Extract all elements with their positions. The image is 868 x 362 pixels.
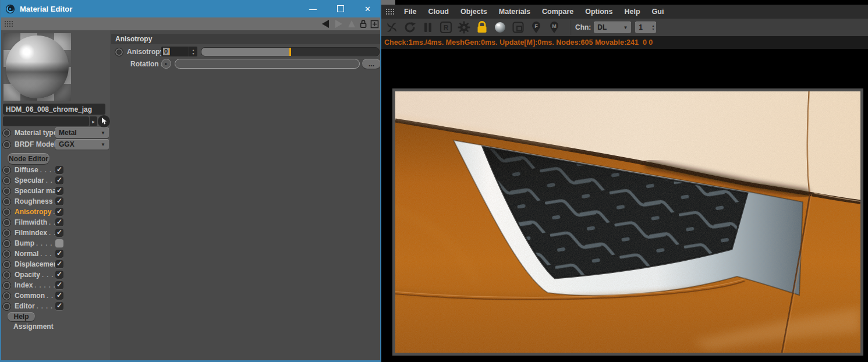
radio-icon[interactable] [2, 176, 11, 185]
anisotropy-value-input[interactable]: 0 ▲ ▼ [161, 47, 197, 56]
menu-gui[interactable]: Gui [646, 8, 670, 16]
rotation-more-button[interactable]: ... [362, 59, 381, 69]
radio-icon[interactable] [2, 281, 11, 290]
channel-dropdown[interactable]: DL ▼ [594, 22, 631, 33]
channel-row-specular-map[interactable]: Specular map ✓ [0, 186, 111, 196]
pause-icon[interactable] [420, 20, 435, 35]
radio-icon[interactable] [115, 48, 123, 56]
search-field[interactable] [3, 116, 89, 126]
channel-row-editor[interactable]: Editor . . . . . . ✓ [0, 301, 111, 311]
close-button[interactable]: ✕ [354, 0, 381, 17]
layer-stepper[interactable]: 1 ▲ ▼ [635, 22, 656, 33]
sphere-icon[interactable] [493, 20, 508, 35]
pin-m-icon[interactable]: M [547, 20, 562, 35]
me-toolbar [0, 17, 381, 31]
radio-icon[interactable] [2, 292, 11, 300]
material-name-field[interactable]: HDM_06_008_chrome_jag [3, 104, 105, 115]
radio-icon[interactable] [2, 218, 11, 227]
checkbox[interactable]: ✓ [55, 250, 63, 258]
brdf-dropdown[interactable]: GGX ▼ [55, 139, 109, 150]
slider-handle[interactable] [289, 48, 291, 56]
rotation-expand-button[interactable]: ▸ [161, 59, 171, 69]
channel-row-normal[interactable]: Normal . . . . . ✓ [0, 249, 111, 259]
checkbox-unchecked[interactable] [55, 239, 63, 247]
checkbox[interactable]: ✓ [55, 176, 63, 184]
menu-objects[interactable]: Objects [455, 8, 493, 16]
radio-icon[interactable] [2, 271, 11, 279]
minimize-button[interactable]: — [299, 0, 327, 17]
pin-f-icon[interactable]: F [529, 20, 544, 35]
radio-icon[interactable] [2, 187, 11, 196]
channel-row-opacity[interactable]: Opacity . . . . . ✓ [0, 269, 111, 280]
menu-cloud[interactable]: Cloud [423, 8, 455, 16]
lock-icon-active[interactable] [474, 20, 490, 35]
menu-options[interactable]: Options [579, 8, 618, 16]
drag-grip-icon[interactable] [4, 20, 13, 27]
radio-icon[interactable] [2, 229, 11, 237]
channel-label: Index [15, 281, 33, 289]
back-arrow-icon[interactable] [320, 19, 331, 29]
check-icon: ✓ [56, 197, 62, 204]
expand-right-icon[interactable]: ▸ [89, 116, 97, 126]
menu-help[interactable]: Help [618, 8, 646, 16]
checkbox[interactable]: ✓ [55, 187, 63, 195]
gear-icon[interactable] [456, 20, 472, 35]
checkbox[interactable]: ✓ [55, 197, 63, 205]
pinwheel-icon[interactable] [384, 20, 399, 35]
checkbox[interactable]: ✓ [55, 229, 63, 237]
checkbox[interactable]: ✓ [55, 218, 63, 226]
pick-cursor-button[interactable] [98, 115, 110, 127]
check-icon: ✓ [56, 166, 62, 173]
radio-icon[interactable] [2, 140, 11, 149]
menu-materials[interactable]: Materials [493, 8, 536, 16]
checkbox[interactable]: ✓ [55, 260, 63, 268]
up-arrow-icon[interactable] [347, 19, 356, 29]
render-view[interactable] [392, 88, 863, 356]
radio-icon[interactable] [2, 166, 11, 175]
forward-arrow-icon[interactable] [334, 19, 344, 29]
lock-icon[interactable] [359, 19, 367, 29]
material-preview[interactable] [3, 33, 71, 101]
spinner-arrows-icon[interactable]: ▲ ▼ [651, 24, 654, 31]
checkbox[interactable]: ✓ [55, 281, 63, 289]
radio-icon[interactable] [2, 239, 11, 248]
menu-file[interactable]: File [398, 8, 423, 16]
drag-grip-icon[interactable] [385, 8, 395, 15]
add-panel-icon[interactable] [370, 20, 379, 29]
radio-icon[interactable] [2, 197, 11, 206]
check-icon: ✓ [56, 271, 62, 278]
anisotropy-slider[interactable] [201, 47, 380, 56]
checkbox[interactable]: ✓ [55, 292, 63, 300]
channel-row-filmwidth[interactable]: Filmwidth . . ✓ [0, 217, 111, 228]
checkbox[interactable]: ✓ [55, 302, 63, 310]
radio-icon[interactable] [2, 208, 11, 217]
node-editor-button[interactable]: Node Editor [8, 153, 49, 164]
radio-icon[interactable] [2, 129, 11, 137]
checkbox[interactable]: ✓ [55, 166, 63, 174]
channel-row-displacement[interactable]: Displacement ✓ [0, 259, 111, 269]
menu-compare[interactable]: Compare [536, 8, 579, 16]
refresh-icon[interactable] [402, 20, 417, 35]
titlebar[interactable]: Material Editor — ✕ [0, 0, 381, 17]
channel-row-common[interactable]: Common . . . ✓ [0, 290, 111, 301]
channel-row-bump[interactable]: Bump . . . . . . [0, 238, 111, 249]
channel-row-index[interactable]: Index . . . . . . ✓ [0, 280, 111, 290]
help-button[interactable]: Help [8, 312, 35, 321]
channel-row-roughness[interactable]: Roughness . ✓ [0, 196, 111, 207]
material-type-dropdown[interactable]: Metal ▼ [55, 127, 109, 138]
checkbox[interactable]: ✓ [55, 271, 63, 279]
render-r-icon[interactable]: R [438, 20, 454, 35]
checkbox[interactable]: ✓ [55, 208, 63, 216]
channel-row-filmindex[interactable]: Filmindex . . . ✓ [0, 228, 111, 238]
radio-icon[interactable] [2, 260, 11, 269]
render-region-icon[interactable] [511, 20, 526, 35]
material-editor-window: Material Editor — ✕ [0, 0, 381, 362]
channel-row-specular[interactable]: Specular . . . . ✓ [0, 175, 111, 186]
channel-row-anisotropy[interactable]: Anisotropy . ✓ [0, 207, 111, 217]
maximize-button[interactable] [327, 0, 354, 17]
radio-icon[interactable] [2, 250, 11, 258]
channel-row-diffuse[interactable]: Diffuse . . . . . ✓ [0, 165, 111, 175]
rotation-field[interactable] [175, 59, 360, 69]
spinner-arrows-icon[interactable]: ▲ ▼ [189, 47, 197, 56]
radio-icon[interactable] [2, 302, 11, 311]
